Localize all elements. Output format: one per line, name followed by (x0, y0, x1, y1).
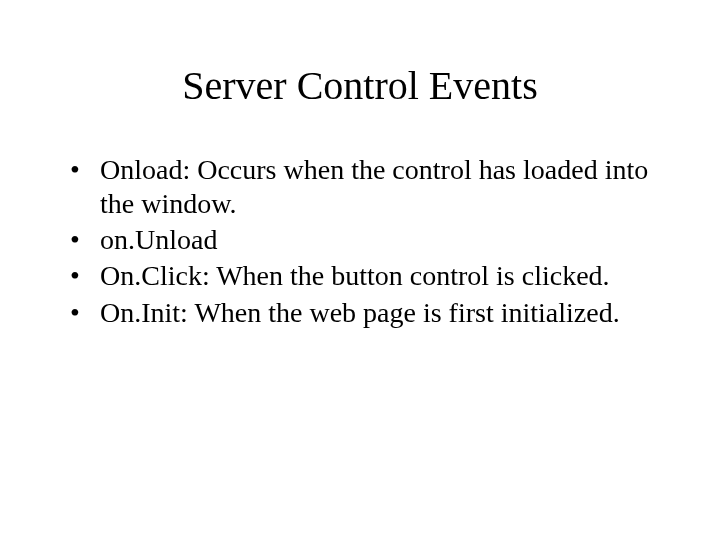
bullet-text: On.Init: When the web page is first init… (100, 297, 620, 328)
bullet-text: On.Click: When the button control is cli… (100, 260, 610, 291)
list-item: On.Click: When the button control is cli… (64, 259, 660, 293)
list-item: Onload: Occurs when the control has load… (64, 153, 660, 221)
list-item: on.Unload (64, 223, 660, 257)
list-item: On.Init: When the web page is first init… (64, 296, 660, 330)
bullet-text: on.Unload (100, 224, 217, 255)
bullet-text: Onload: Occurs when the control has load… (100, 154, 648, 219)
slide: Server Control Events Onload: Occurs whe… (0, 0, 720, 540)
slide-title: Server Control Events (60, 62, 660, 109)
bullet-list: Onload: Occurs when the control has load… (60, 153, 660, 330)
